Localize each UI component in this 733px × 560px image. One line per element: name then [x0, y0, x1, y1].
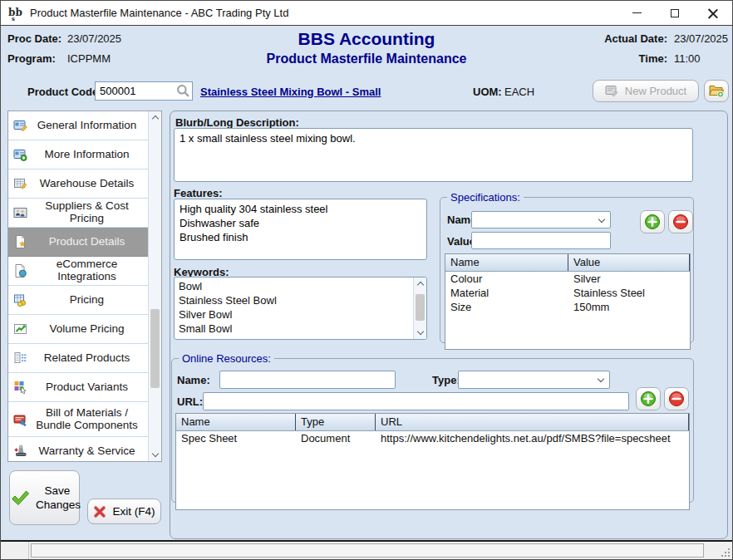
sidebar-item-ecommerce-integrations[interactable]: eCommerce Integrations — [8, 257, 148, 286]
resource-add-button[interactable] — [636, 387, 661, 410]
scrollbar-thumb[interactable] — [150, 309, 160, 388]
sidebar-item-suppliers-cost-pricing[interactable]: Suppliers & Cost Pricing — [8, 199, 148, 228]
sidebar-item-related-products[interactable]: Related Products — [8, 344, 148, 373]
spec-add-button[interactable] — [640, 210, 665, 233]
time-label: Time: — [596, 52, 667, 65]
sidebar-item-warranty-service[interactable]: Warranty & Service — [8, 437, 148, 462]
sidebar-item-product-variants[interactable]: Product Variants — [8, 373, 148, 402]
sidebar-item-warehouse-details[interactable]: Warehouse Details — [8, 169, 148, 199]
resource-type-cell: Document — [296, 431, 376, 445]
sidebar-item-pricing[interactable]: Pricing — [8, 286, 148, 315]
resize-grip[interactable] — [721, 548, 731, 558]
related-list-icon — [13, 351, 27, 365]
features-textarea[interactable]: High quality 304 stainless steel Dishwas… — [174, 199, 427, 260]
column-header-url[interactable]: URL — [376, 414, 689, 430]
keywords-scrollbar[interactable] — [413, 278, 426, 339]
features-label: Features: — [174, 187, 223, 199]
chevron-down-icon — [151, 450, 158, 457]
price-table-icon — [13, 293, 27, 307]
resource-url-cell: https://www.kitchendelights.net.au/pdf/S… — [376, 431, 689, 445]
keyword-item[interactable]: Stainless Steel Bowl — [175, 293, 413, 307]
table-row[interactable]: Material Stainless Steel — [445, 286, 690, 300]
app-window: bbs Product Masterfile Maintenance - ABC… — [0, 0, 733, 560]
scrollbar-thumb[interactable] — [416, 294, 425, 321]
scroll-up-button[interactable] — [149, 111, 161, 124]
resource-type-combobox[interactable] — [458, 371, 610, 389]
minimize-icon — [632, 12, 642, 14]
table-row[interactable]: Colour Silver — [445, 272, 690, 286]
keyword-item[interactable]: Bowl — [175, 279, 413, 293]
spec-name-cell: Colour — [445, 272, 568, 286]
app-logo-icon: bbs — [7, 5, 24, 22]
exit-label: Exit (F4) — [112, 505, 155, 518]
blurb-label: Blurb/Long Description: — [175, 116, 299, 129]
column-header-value[interactable]: Value — [568, 254, 690, 271]
sidebar-item-general-information[interactable]: General Information — [8, 111, 148, 140]
specifications-legend: Specifications: — [447, 191, 524, 204]
product-search-button[interactable] — [175, 83, 191, 99]
product-description-link[interactable]: Stainless Steel Mixing Bowl - Small — [200, 86, 381, 98]
add-icon — [644, 214, 661, 230]
scroll-up-button[interactable] — [414, 278, 426, 290]
new-product-button[interactable]: New Product — [593, 80, 699, 102]
sidebar-item-label: Warehouse Details — [27, 178, 148, 190]
table-row[interactable]: Spec Sheet Document https://www.kitchend… — [176, 431, 689, 445]
column-header-type[interactable]: Type — [296, 414, 376, 430]
table-row[interactable]: Size 150mm — [445, 300, 690, 314]
bom-icon — [13, 413, 27, 426]
card-edit-icon — [13, 119, 27, 132]
spec-value-cell: Silver — [568, 272, 690, 286]
resource-name-label: Name: — [177, 374, 210, 386]
scroll-down-button[interactable] — [149, 449, 161, 461]
save-changes-button[interactable]: Save Changes — [9, 470, 80, 525]
uom-value: EACH — [504, 86, 534, 98]
save-changes-label: Save Changes — [36, 484, 79, 512]
chevron-down-icon — [598, 216, 605, 223]
card-add-icon — [13, 148, 27, 161]
sheet-edit-icon — [13, 177, 27, 190]
suppliers-icon — [13, 206, 27, 219]
close-button[interactable] — [694, 1, 732, 25]
actual-date-row: Actual Date:23/07/2025 — [596, 32, 726, 45]
sidebar-scrollbar[interactable] — [148, 111, 161, 461]
close-icon — [708, 8, 718, 18]
spec-value-input[interactable] — [471, 232, 611, 249]
blurb-textarea[interactable]: 1 x small stainless steel mixing bowl. — [174, 128, 693, 182]
minimize-button[interactable] — [617, 1, 656, 25]
add-product-folder-button[interactable] — [704, 80, 729, 102]
spec-value-cell: Stainless Steel — [568, 286, 690, 300]
sidebar-item-bill-of-materials[interactable]: Bill of Materials / Bundle Components — [8, 402, 148, 437]
maximize-button[interactable] — [656, 1, 694, 25]
exit-button[interactable]: Exit (F4) — [87, 499, 161, 524]
spec-remove-button[interactable] — [668, 210, 693, 233]
sidebar-item-label: Product Details — [27, 236, 148, 248]
resource-url-input[interactable] — [203, 392, 629, 410]
warranty-icon — [13, 445, 27, 458]
new-product-icon — [605, 85, 619, 97]
sidebar-item-label: Suppliers & Cost Pricing — [27, 200, 148, 225]
column-header-name[interactable]: Name — [176, 414, 296, 430]
online-resources-legend: Online Resources: — [179, 352, 274, 365]
table-header: Name Value — [445, 254, 690, 272]
folder-plus-icon — [709, 84, 725, 98]
sidebar-item-more-information[interactable]: More Information — [8, 140, 148, 169]
exit-cross-icon — [93, 505, 106, 518]
online-resources-table: Name Type URL Spec Sheet Document https:… — [175, 413, 690, 510]
keyword-item[interactable]: Small Bowl — [175, 322, 413, 336]
chevron-up-icon — [416, 282, 423, 288]
status-left-segment — [1, 542, 29, 559]
scroll-down-button[interactable] — [414, 327, 426, 339]
spec-name-cell: Material — [445, 286, 568, 300]
online-resources-group: Online Resources: Name: Type: URL: Name … — [171, 352, 694, 503]
resource-type-label: Type: — [432, 374, 460, 386]
resource-name-input[interactable] — [219, 371, 396, 389]
resource-remove-button[interactable] — [664, 387, 689, 410]
sidebar-item-product-details[interactable]: Product Details — [8, 228, 148, 257]
spec-name-combobox[interactable] — [471, 211, 611, 228]
keywords-items: Bowl Stainless Steel Bowl Silver Bowl Sm… — [175, 278, 413, 339]
keywords-listbox[interactable]: Bowl Stainless Steel Bowl Silver Bowl Sm… — [174, 277, 427, 340]
column-header-name[interactable]: Name — [445, 254, 568, 271]
product-code-field — [95, 81, 193, 101]
sidebar-item-volume-pricing[interactable]: Volume Pricing — [8, 315, 148, 344]
keyword-item[interactable]: Silver Bowl — [175, 307, 413, 322]
